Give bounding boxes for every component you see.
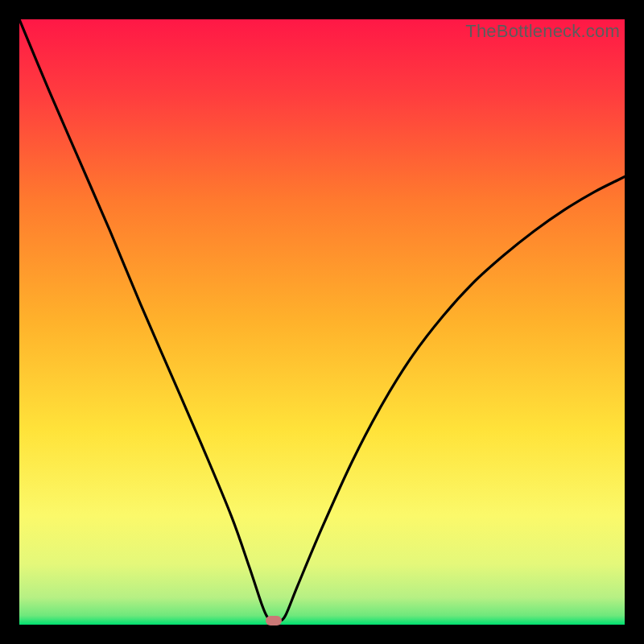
bottleneck-curve — [19, 19, 625, 625]
optimum-marker — [266, 616, 282, 625]
plot-area: TheBottleneck.com — [19, 19, 625, 625]
